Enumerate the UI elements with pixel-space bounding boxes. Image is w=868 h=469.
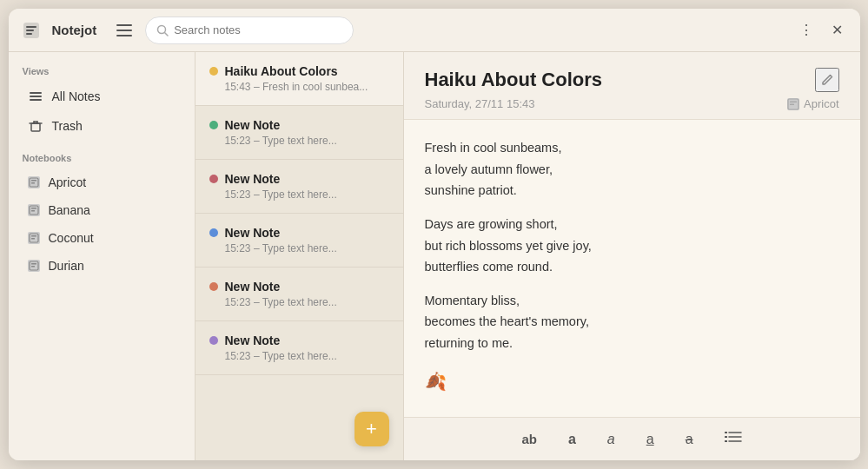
note-dot-4 [209,282,218,291]
svg-rect-21 [31,235,36,237]
svg-rect-7 [30,96,42,97]
note-toolbar: ab a a a a [404,417,860,460]
app-window: Notejot ⋮ ✕ Views [9,9,860,460]
sidebar-item-trash[interactable]: Trash [14,111,189,141]
svg-rect-16 [31,182,35,184]
note-title-1: New Note [225,118,281,132]
note-title-5: New Note [225,334,281,347]
note-preview-5: 15:23 – Type text here... [209,350,389,362]
note-preview-3: 15:23 – Type text here... [209,242,389,254]
note-preview-1: 15:23 – Type text here... [209,135,389,147]
sidebar-item-banana-label: Banana [49,203,90,217]
svg-line-5 [165,32,169,36]
svg-rect-1 [26,26,36,28]
close-button[interactable]: ✕ [825,18,850,43]
toolbar-underline-button[interactable]: a [641,428,659,451]
list-icon [28,89,43,104]
app-title: Notejot [52,23,97,37]
toolbar-bold-button[interactable]: a [563,428,581,451]
sidebar-item-apricot[interactable]: Apricot [14,168,189,196]
svg-rect-2 [26,30,34,31]
note-title-2: New Note [225,172,281,186]
svg-rect-33 [725,440,727,442]
search-input[interactable] [174,23,342,36]
sidebar-item-all-notes[interactable]: All Notes [14,82,189,111]
note-notebook-name: Apricot [804,97,838,110]
svg-rect-8 [30,99,42,101]
note-detail-title: Haiku About Colors [425,69,603,91]
main-area: Views All Notes [9,52,860,460]
svg-rect-25 [31,266,35,268]
svg-rect-3 [26,33,32,35]
edit-note-button[interactable] [815,68,839,92]
note-dot-2 [209,175,218,183]
note-paragraph-3: Momentary bliss, becomes the heart's mem… [425,290,839,354]
menu-line [116,35,132,36]
note-emoji: 🍂 [425,367,839,396]
more-options-button[interactable]: ⋮ [794,18,818,43]
notebook-icon [787,98,799,110]
svg-rect-24 [31,263,36,265]
note-item-1[interactable]: New Note 15:23 – Type text here... [195,106,403,160]
svg-rect-28 [790,103,794,105]
svg-rect-9 [31,123,40,131]
note-title-4: New Note [225,280,281,294]
titlebar: Notejot ⋮ ✕ [9,9,860,52]
search-bar [145,17,354,44]
note-detail: Haiku About Colors Saturday, 27/11 15:43 [404,52,860,460]
banana-dot [28,204,40,216]
note-title-haiku: Haiku About Colors [225,64,338,78]
views-section-label: Views [9,63,195,82]
note-preview-4: 15:23 – Type text here... [209,296,389,308]
svg-rect-29 [725,432,727,433]
toolbar-strikethrough-button[interactable]: a [680,428,699,451]
menu-line [116,30,132,31]
toolbar-italic-button[interactable]: a [602,428,620,451]
menu-button[interactable] [112,18,136,43]
toolbar-font-button[interactable]: ab [516,428,542,450]
svg-rect-6 [30,92,42,94]
sidebar-item-apricot-label: Apricot [49,175,87,189]
trash-icon [28,118,43,134]
note-item-3[interactable]: New Note 15:23 – Type text here... [195,214,403,268]
sidebar-item-coconut-label: Coconut [49,231,94,245]
note-detail-meta: Saturday, 27/11 15:43 Apricot [425,97,839,110]
new-note-button[interactable]: + [354,412,389,446]
sidebar-item-durian[interactable]: Durian [14,252,189,280]
apricot-dot [28,176,40,188]
note-dot-1 [209,121,218,129]
note-preview-haiku: 15:43 – Fresh in cool sunbea... [209,81,389,93]
sidebar-item-durian-label: Durian [49,259,84,273]
note-dot-haiku [209,67,218,76]
note-detail-header: Haiku About Colors Saturday, 27/11 15:43 [404,52,860,120]
note-detail-body: Fresh in cool sunbeams, a lovely autumn … [404,120,860,417]
note-paragraph-1: Fresh in cool sunbeams, a lovely autumn … [425,137,839,201]
menu-line [116,24,132,26]
note-paragraph-2: Days are growing short, but rich blossom… [425,214,839,278]
note-notebook: Apricot [787,97,838,110]
notebooks-section-label: Notebooks [9,149,195,168]
coconut-dot [28,232,40,244]
notes-list: Haiku About Colors 15:43 – Fresh in cool… [195,52,404,460]
durian-dot [28,260,40,272]
note-item-5[interactable]: New Note 15:23 – Type text here... [195,321,403,375]
svg-rect-15 [31,180,36,182]
toolbar-list-button[interactable] [719,426,747,452]
titlebar-actions: ⋮ ✕ [794,18,850,43]
search-icon [156,24,169,36]
note-preview-2: 15:23 – Type text here... [209,188,389,201]
svg-rect-18 [31,208,36,209]
sidebar-item-all-notes-label: All Notes [52,89,101,103]
note-item-4[interactable]: New Note 15:23 – Type text here... [195,268,403,321]
svg-rect-27 [790,101,797,102]
sidebar-item-banana[interactable]: Banana [14,196,189,224]
note-dot-5 [209,336,218,345]
note-title-3: New Note [225,226,281,240]
note-dot-3 [209,228,218,237]
sidebar-item-trash-label: Trash [52,119,83,133]
sidebar: Views All Notes [9,52,195,460]
note-item-2[interactable]: New Note 15:23 – Type text here... [195,160,403,214]
note-item-haiku[interactable]: Haiku About Colors 15:43 – Fresh in cool… [195,52,403,106]
sidebar-item-coconut[interactable]: Coconut [14,224,189,252]
note-date: Saturday, 27/11 15:43 [425,97,535,110]
